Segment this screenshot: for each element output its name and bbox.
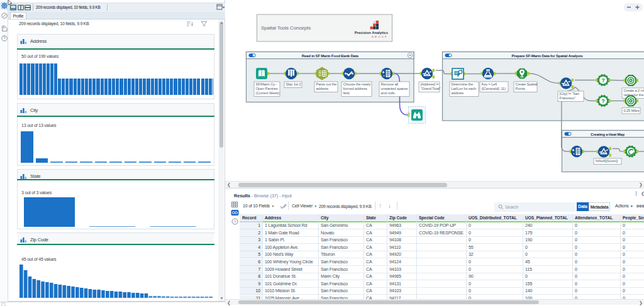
svg-text:([CensusId], 11): ([CensusId], 11) xyxy=(482,87,506,90)
svg-text:Lat/Lon for each: Lat/Lon for each xyxy=(452,87,477,90)
svg-text:Francisco": Francisco" xyxy=(560,96,576,100)
svg-text:unwanted spaces: unwanted spaces xyxy=(381,87,408,90)
svg-text:Choose the newly: Choose the newly xyxy=(343,82,371,86)
svg-text:address: address xyxy=(316,87,329,90)
svg-text:Points: Points xyxy=(516,87,525,90)
svg-text:Creating a Heat Map: Creating a Heat Map xyxy=(591,133,625,136)
svg-text:Open Pantries: Open Pantries xyxy=(256,87,278,90)
svg-text:Determine the: Determine the xyxy=(452,82,473,86)
svg-text:Skip 1st 2: Skip 1st 2 xyxy=(286,82,301,86)
svg-text:Key = Left: Key = Left xyxy=(482,82,497,86)
svg-text:SF/Marin Co -: SF/Marin Co - xyxy=(256,82,277,86)
svg-text:[City] != "San: [City] != "San xyxy=(560,92,580,96)
svg-text:Spatial Tools Concepts: Spatial Tools Concepts xyxy=(261,25,311,31)
svg-text:!IsNull([Score]): !IsNull([Score]) xyxy=(596,159,618,163)
svg-text:0.25 Miles: 0.25 Miles xyxy=(624,109,640,112)
svg-text:GROUP: GROUP xyxy=(372,35,388,38)
svg-text:[Address] !=: [Address] != xyxy=(421,82,440,86)
svg-text:?: ? xyxy=(601,98,604,104)
svg-text:Read in SF Marin Food Bank Dat: Read in SF Marin Food Bank Data xyxy=(302,54,359,58)
svg-text:Create a 2 mil: Create a 2 mil xyxy=(624,89,644,92)
svg-text:field.: field. xyxy=(343,91,351,95)
svg-text:and nulls.: and nulls. xyxy=(381,91,396,95)
svg-text:(Current Week): (Current Week) xyxy=(256,91,280,95)
svg-text:"Grand Total": "Grand Total" xyxy=(421,87,441,90)
svg-text:Parse out the: Parse out the xyxy=(316,82,337,86)
svg-text:Prepare SF-Marin Data for Spat: Prepare SF-Marin Data for Spatial Analys… xyxy=(511,54,583,58)
svg-text:?: ? xyxy=(601,77,604,84)
svg-text:formed address: formed address xyxy=(343,87,367,90)
svg-text:Create Spatial: Create Spatial xyxy=(516,82,538,86)
svg-text:?: ? xyxy=(234,220,236,224)
svg-text:Remove all: Remove all xyxy=(381,82,399,86)
svg-text:Precision Analytics: Precision Analytics xyxy=(355,31,388,35)
svg-text:address: address xyxy=(452,91,464,95)
